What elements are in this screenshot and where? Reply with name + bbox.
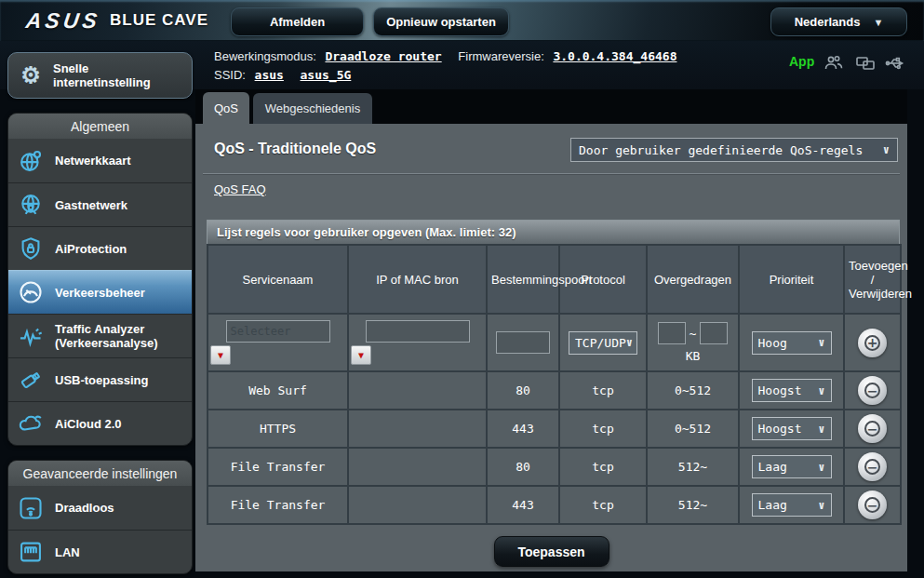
mode-link[interactable]: Draadloze router	[325, 49, 441, 63]
sidebar-item-draadloos[interactable]: Draadloos	[8, 486, 192, 530]
remove-rule-button[interactable]: −	[858, 414, 887, 443]
brand-name: BLUE CAVE	[110, 11, 208, 30]
transferred-separator: ~	[690, 327, 697, 341]
sidebar-item-quick-setup[interactable]: ⚙ Snelle internetinstelling	[7, 52, 193, 99]
rule-priority-select[interactable]: Laag ∨	[752, 455, 832, 478]
reboot-button[interactable]: Opnieuw opstarten	[373, 7, 509, 36]
chevron-down-icon: ∨	[883, 143, 890, 156]
rule-port: 80	[487, 371, 559, 410]
logout-button[interactable]: Afmelden	[231, 7, 364, 36]
sidebar-item-verkeersbeheer[interactable]: Verkeersbeheer	[8, 270, 192, 314]
priority-value: Hoog	[758, 336, 787, 350]
sidebar-item-netwerkkaart[interactable]: Netwerkkaart	[8, 139, 192, 182]
language-select[interactable]: Nederlands ▼	[770, 7, 907, 36]
destination-port-input[interactable]	[496, 331, 550, 354]
sidebar-item-aiprotection[interactable]: AiProtection	[8, 226, 192, 270]
firmware-link[interactable]: 3.0.0.4.384_46468	[553, 49, 676, 63]
ssid-row: SSID: asus asus_5G	[214, 68, 364, 82]
app-label[interactable]: App	[789, 54, 814, 69]
sidebar-group-general: Algemeen Netwerkkaart Gastnetwerk AiProt…	[7, 113, 193, 446]
source-ip-mac-input[interactable]	[366, 320, 470, 343]
qos-faq-link[interactable]: QoS FAQ	[214, 182, 266, 196]
main-panel: QoS - Traditionele QoS Door gebruiker ge…	[195, 124, 907, 571]
service-dropdown-button[interactable]: ▼	[210, 345, 231, 365]
ssid-24g-link[interactable]: asus	[255, 68, 284, 82]
sidebar-item-traffic-analyzer[interactable]: Traffic Analyzer (Verkeersanalyse)	[8, 314, 192, 357]
chevron-down-icon: ∨	[818, 461, 824, 474]
rule-transferred: 0~512	[647, 410, 739, 448]
rule-service: Web Surf	[208, 371, 348, 410]
gauge-icon	[16, 278, 46, 306]
remove-rule-button[interactable]: −	[858, 376, 887, 405]
col-ip-mac-bron: IP of MAC bron	[348, 245, 487, 314]
remove-rule-button[interactable]: −	[858, 452, 887, 481]
chevron-down-icon: ∨	[626, 336, 633, 349]
col-servicenaam: Servicenaam	[208, 245, 348, 314]
rule-priority-select[interactable]: Hoogst ∨	[752, 417, 832, 440]
sidebar-item-label: Netwerkkaart	[55, 154, 131, 168]
usb-icon[interactable]	[884, 52, 906, 74]
devices-icon[interactable]	[854, 52, 877, 74]
sidebar-item-label: Snelle internetinstelling	[53, 61, 184, 89]
minus-icon: −	[864, 421, 880, 437]
sidebar-item-label: Draadloos	[55, 501, 114, 515]
col-toevoegen-verwijderen: Toevoegen / Verwijderen	[844, 245, 901, 314]
qos-mode-select[interactable]: Door gebruiker gedefinieerde QoS-regels …	[570, 138, 898, 162]
clients-icon[interactable]	[823, 52, 845, 74]
sidebar-item-usb-toepassing[interactable]: USB-toepassing	[8, 357, 192, 401]
col-overgedragen: Overgedragen	[647, 245, 739, 314]
col-bestemmingspoort: Bestemmingspoort	[487, 245, 559, 314]
rule-protocol: tcp	[559, 486, 647, 524]
remove-rule-button[interactable]: −	[858, 491, 887, 519]
rule-row: HTTPS 443 tcp 0~512 Hoogst ∨ −	[208, 410, 901, 448]
sidebar-group-advanced: Geavanceerde instellingen Draadloos LAN	[7, 460, 193, 574]
page-title: QoS - Traditionele QoS	[214, 141, 376, 157]
rule-priority-select[interactable]: Hoogst ∨	[752, 379, 832, 402]
rule-service: File Transfer	[208, 486, 348, 524]
lan-icon	[16, 538, 46, 566]
chevron-down-icon: ∨	[818, 336, 824, 349]
rules-table-wrap: Lijst regels voor gebruiker opgeven (Max…	[207, 220, 900, 525]
cloud-icon	[16, 410, 46, 437]
firmware-label: Firmwareversie:	[458, 49, 543, 63]
rule-priority-value: Laag	[758, 460, 787, 474]
asus-logo: ASUS	[24, 8, 102, 34]
mode-firmware-row: Bewerkingsmodus: Draadloze router Firmwa…	[214, 49, 690, 63]
sidebar-item-gastnetwerk[interactable]: Gastnetwerk	[8, 182, 192, 226]
minus-icon: −	[864, 459, 880, 475]
ssid-5g-link[interactable]: asus_5G	[301, 68, 352, 82]
red-triangle-icon: ▼	[218, 351, 223, 360]
priority-select[interactable]: Hoog ∨	[752, 331, 832, 355]
tab-qos[interactable]: QoS	[203, 92, 249, 124]
shield-lock-icon	[16, 235, 46, 262]
sidebar-item-lan[interactable]: LAN	[8, 530, 192, 573]
network-map-icon	[16, 147, 46, 175]
tab-webgeschiedenis[interactable]: Webgeschiedenis	[253, 93, 372, 124]
chevron-down-icon: ▼	[873, 17, 883, 28]
rule-protocol: tcp	[559, 371, 647, 410]
rule-priority-select[interactable]: Laag ∨	[752, 493, 832, 517]
source-dropdown-button[interactable]: ▼	[351, 345, 371, 365]
add-rule-button[interactable]: +	[858, 329, 887, 357]
rule-row: Web Surf 80 tcp 0~512 Hoogst ∨ −	[208, 371, 901, 410]
wifi-icon	[16, 494, 46, 522]
rules-table: Servicenaam IP of MAC bron Bestemmingspo…	[207, 244, 902, 525]
tab-bar: QoS Webgeschiedenis	[195, 89, 907, 124]
guest-network-icon	[16, 191, 46, 219]
transferred-min-input[interactable]	[658, 322, 686, 344]
transferred-max-input[interactable]	[700, 322, 728, 344]
sidebar-item-aicloud[interactable]: AiCloud 2.0	[8, 401, 192, 445]
rule-service: File Transfer	[208, 448, 348, 486]
plus-icon: +	[864, 335, 880, 351]
apply-button[interactable]: Toepassen	[494, 536, 609, 567]
qos-mode-value: Door gebruiker gedefinieerde QoS-regels	[579, 143, 863, 157]
minus-icon: −	[864, 383, 880, 398]
service-name-input[interactable]	[226, 320, 330, 343]
rule-protocol: tcp	[559, 448, 647, 486]
rule-row: File Transfer 443 tcp 512~ Laag ∨ −	[208, 486, 901, 524]
minus-icon: −	[864, 497, 880, 513]
title-divider	[203, 173, 900, 175]
rule-source	[348, 448, 487, 486]
rule-transferred: 0~512	[647, 371, 739, 410]
protocol-select[interactable]: TCP/UDP ∨	[569, 331, 637, 355]
